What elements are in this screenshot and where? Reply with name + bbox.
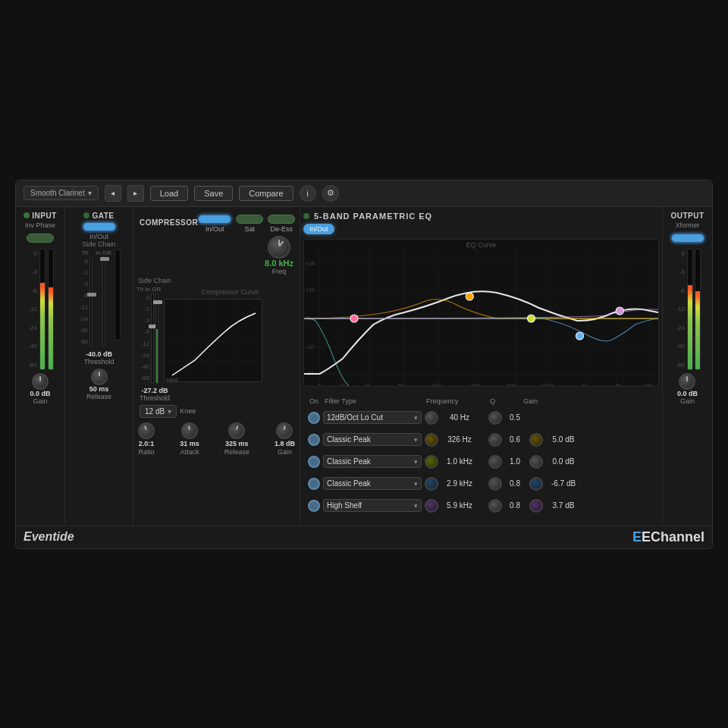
output-gain-value: 0.0 dB <box>677 390 698 397</box>
next-preset-button[interactable]: ▸ <box>127 185 144 202</box>
eq-band5-point[interactable] <box>616 307 623 315</box>
comp-deess-button[interactable] <box>268 215 295 224</box>
comp-threshold-value: -27.2 dB <box>140 387 170 394</box>
bottom-bar: Eventide EEChannel <box>16 526 712 548</box>
eq-band3-gain-value: 0.0 dB <box>544 457 582 466</box>
output-gain-knob[interactable] <box>679 373 695 390</box>
svg-text:200: 200 <box>470 383 479 387</box>
comp-inout-button[interactable] <box>198 215 231 224</box>
eq-band5-gain-knob[interactable] <box>529 499 543 513</box>
gate-ingr-slider[interactable] <box>102 256 105 347</box>
eq-band2-freq-knob[interactable] <box>425 433 438 447</box>
comp-knee-group: 12 dB ▾ Knee <box>136 403 297 419</box>
svg-text:5: 5 <box>318 383 321 387</box>
eq-band2-freq-group: 326 Hz <box>425 433 485 447</box>
prev-preset-button[interactable]: ◂ <box>105 185 121 202</box>
comp-ingr-label: In GR <box>145 286 161 293</box>
eq-band3-filter-select[interactable]: Classic Peak ▾ <box>323 455 422 468</box>
preset-selector[interactable]: Smooth Clarinet ▾ <box>24 186 99 200</box>
comp-ratio-group: 2.0:1 Ratio <box>138 422 155 456</box>
eq-band4-toggle[interactable] <box>308 478 320 490</box>
comp-gain-knob[interactable] <box>276 422 293 439</box>
eq-band3-gain-knob[interactable] <box>529 455 543 469</box>
comp-freq-knob[interactable] <box>268 236 290 259</box>
eq-band3-freq-knob[interactable] <box>425 455 438 469</box>
eq-band2-point[interactable] <box>466 293 473 300</box>
eq-band4-freq-knob[interactable] <box>425 477 438 491</box>
svg-text:10k: 10k <box>643 383 652 387</box>
comp-ingr-fill <box>156 329 158 383</box>
eq-band5-filter-select[interactable]: High Shelf ▾ <box>323 499 422 512</box>
gate-inout-button[interactable] <box>83 222 116 231</box>
eq-band1-arrow: ▾ <box>414 414 418 422</box>
eq-inout-button[interactable]: In/Out <box>303 224 334 234</box>
eq-band3-toggle[interactable] <box>308 456 320 468</box>
comp-sat-button[interactable] <box>236 215 263 224</box>
gate-scale: 0-1-3-6-12-24-40-60 <box>77 256 88 347</box>
eq-band5-q-knob[interactable] <box>488 499 502 513</box>
settings-button[interactable]: ⚙ <box>322 185 339 202</box>
eq-band4-point[interactable] <box>576 332 583 340</box>
eq-band2-toggle[interactable] <box>308 434 320 446</box>
eq-band-row-2: Classic Peak ▾ 326 Hz 0.6 <box>308 430 654 450</box>
input-inv-phase-button[interactable] <box>27 234 54 243</box>
input-meter-l-fill <box>40 283 45 369</box>
eq-band3-q-knob[interactable] <box>488 455 502 469</box>
compare-button[interactable]: Compare <box>239 186 293 201</box>
gate-ingr-handle[interactable] <box>100 257 109 261</box>
info-button[interactable]: i <box>300 185 316 202</box>
eq-band4-q-group: 0.8 <box>488 477 526 491</box>
eq-band1-point[interactable] <box>350 315 358 322</box>
load-button[interactable]: Load <box>150 186 188 201</box>
eq-band5-gain-value: 3.7 dB <box>544 501 582 510</box>
comp-threshold-label: Threshold <box>140 394 170 402</box>
comp-ingr-handle[interactable] <box>153 300 162 304</box>
eq-band1-freq-knob[interactable] <box>425 411 438 425</box>
main-content: INPUT Inv Phase 0-3-6-12-24-40-60 <box>16 207 712 526</box>
eq-band2-gain-knob[interactable] <box>529 433 543 447</box>
comp-knee-selector[interactable]: 12 dB ▾ <box>140 405 177 418</box>
save-button[interactable]: Save <box>194 186 233 201</box>
comp-attack-knob[interactable] <box>181 422 198 439</box>
input-gain-knob[interactable] <box>32 373 49 390</box>
eq-band5-q-group: 0.8 <box>488 499 526 513</box>
comp-ingr-slider[interactable] <box>155 293 158 384</box>
eq-band5-freq-group: 5.9 kHz <box>425 499 485 513</box>
gate-release-knob[interactable] <box>91 369 108 385</box>
eq-band5-q-value: 0.8 <box>504 501 526 510</box>
eq-band3-arrow: ▾ <box>414 458 418 466</box>
comp-th-slider[interactable] <box>151 293 154 384</box>
eq-band2-filter-select[interactable]: Classic Peak ▾ <box>323 433 422 446</box>
eq-band4-filter-select[interactable]: Classic Peak ▾ <box>323 477 422 490</box>
eq-band5-filter-value: High Shelf <box>327 501 362 510</box>
comp-th-label: Th <box>136 286 143 293</box>
gate-sidechain-label: Side Chain <box>82 240 115 248</box>
echannel-logo: EEChannel <box>632 529 704 545</box>
eq-band4-gain-knob[interactable] <box>529 477 543 491</box>
comp-ratio-knob[interactable] <box>138 422 155 439</box>
comp-sidechain-label: Side Chain <box>138 277 171 284</box>
comp-release-knob[interactable] <box>228 422 245 439</box>
output-xformer-button[interactable] <box>671 234 704 243</box>
comp-sat-label: Sat <box>244 225 255 233</box>
eq-band5-freq-knob[interactable] <box>425 499 438 513</box>
eq-led <box>303 213 309 219</box>
eq-band4-q-knob[interactable] <box>488 477 502 491</box>
gate-th-slider[interactable] <box>89 256 93 347</box>
eq-band3-point[interactable] <box>527 315 535 322</box>
eq-header-filter: Filter Type <box>325 393 423 406</box>
eq-band1-toggle[interactable] <box>308 412 320 424</box>
input-label: INPUT <box>32 212 57 220</box>
gate-th-handle[interactable] <box>87 293 96 297</box>
eq-band1-q-knob[interactable] <box>488 411 502 425</box>
eq-bands-table: On Filter Type Frequency Q Gain <box>303 390 659 521</box>
comp-inout-group: In/Out <box>198 213 231 233</box>
eq-band2-q-knob[interactable] <box>488 433 502 447</box>
eq-band1-filter-select[interactable]: 12dB/Oct Lo Cut ▾ <box>323 411 422 424</box>
eq-band5-toggle[interactable] <box>308 500 320 512</box>
eq-curve-svg: +24 +12 0 -12 -24 5 10 20 50 100 200 500… <box>304 249 658 387</box>
eq-band4-q-value: 0.8 <box>504 479 526 488</box>
comp-freq-group: 8.0 kHz Freq <box>265 236 293 275</box>
svg-text:-12: -12 <box>306 344 313 350</box>
output-meter-l-fill <box>688 285 692 369</box>
